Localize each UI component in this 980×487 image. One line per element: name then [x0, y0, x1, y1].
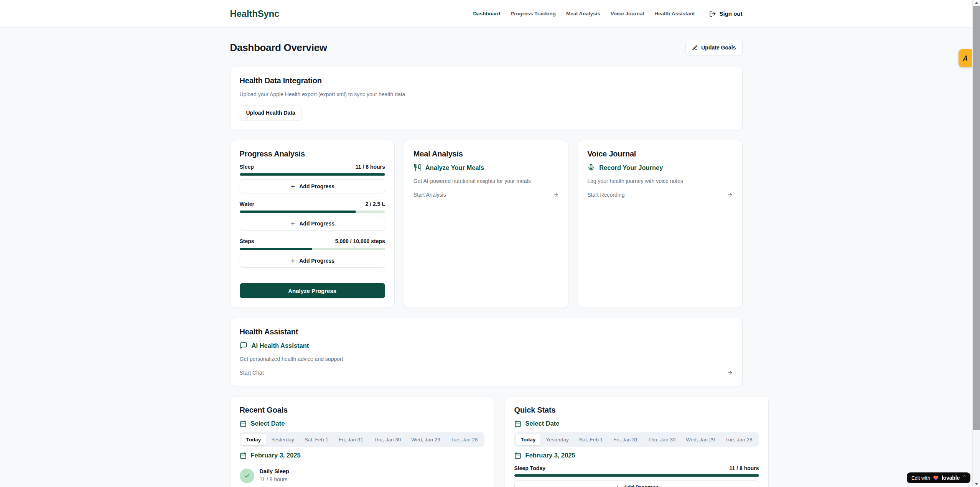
microphone-icon: [587, 164, 595, 171]
quick-stats-title: Quick Stats: [514, 406, 759, 415]
start-recording-action[interactable]: Start Recording: [587, 191, 733, 199]
calendar-icon: [514, 452, 521, 459]
scrollbar-thumb[interactable]: [973, 6, 980, 430]
date-tab-tue-jan-28[interactable]: Tue, Jan 28: [720, 434, 758, 445]
upload-health-data-button[interactable]: Upload Health Data: [240, 105, 302, 120]
badge-prefix: Edit with: [911, 475, 930, 481]
calendar-icon: [514, 420, 521, 427]
top-navbar: HealthSync Dashboard Progress Tracking M…: [0, 0, 972, 28]
sign-out-label: Sign out: [720, 10, 743, 17]
goal-water-progressbar: [240, 211, 385, 213]
meal-link-label: Analyze Your Meals: [425, 164, 484, 171]
calendar-icon: [240, 420, 247, 427]
date-tab-wed-jan-29[interactable]: Wed, Jan 29: [681, 434, 720, 445]
recent-goals-title: Recent Goals: [240, 406, 484, 415]
add-progress-water-button[interactable]: Add Progress: [240, 217, 385, 230]
meal-analysis-card: Meal Analysis Analyze Your Meals Get AI-…: [404, 140, 568, 308]
goal-item-value: 11 / 8 hours: [260, 475, 289, 483]
update-goals-button[interactable]: Update Goals: [685, 40, 742, 55]
nav-health-assistant[interactable]: Health Assistant: [654, 11, 695, 16]
start-analysis-action[interactable]: Start Analysis: [413, 191, 559, 199]
date-tab-yesterday[interactable]: Yesterday: [266, 434, 299, 445]
date-tab-thu-jan-30[interactable]: Thu, Jan 30: [369, 434, 406, 445]
nav-voice-journal[interactable]: Voice Journal: [611, 11, 644, 16]
app-logo: HealthSync: [230, 8, 280, 19]
date-tabs: TodayYesterdaySat, Feb 1Fri, Jan 31Thu, …: [514, 432, 759, 447]
plus-icon: [290, 221, 296, 227]
stat-progressbar: [514, 474, 759, 477]
date-tab-fri-jan-31[interactable]: Fri, Jan 31: [608, 434, 643, 445]
voice-description: Log your health journey with voice notes: [587, 177, 733, 185]
plus-icon: [290, 258, 296, 264]
add-progress-label: Add Progress: [299, 220, 334, 227]
scrollbar-down-button[interactable]: [973, 481, 980, 487]
start-recording-label: Start Recording: [587, 191, 624, 199]
arrow-right-icon: [553, 192, 559, 198]
goal-steps-label: Steps: [240, 238, 254, 244]
integration-description: Upload your Apple Health export (export.…: [240, 90, 733, 98]
selected-date-button[interactable]: February 3, 2025: [240, 452, 484, 459]
date-tab-sat-feb-1[interactable]: Sat, Feb 1: [300, 434, 333, 445]
add-progress-label: Add Progress: [299, 183, 334, 189]
analyze-progress-button[interactable]: Analyze Progress: [240, 283, 385, 298]
start-analysis-label: Start Analysis: [413, 191, 446, 199]
record-your-journey-link[interactable]: Record Your Journey: [587, 164, 733, 171]
voice-link-label: Record Your Journey: [599, 164, 663, 171]
date-tab-yesterday[interactable]: Yesterday: [541, 434, 574, 445]
date-tab-fri-jan-31[interactable]: Fri, Jan 31: [334, 434, 368, 445]
add-progress-label: Add Progress: [624, 484, 659, 487]
selected-date-label: February 3, 2025: [251, 452, 301, 459]
calendar-icon: [240, 452, 247, 459]
lovable-heart-icon: [933, 475, 939, 481]
select-date-button[interactable]: Select Date: [240, 420, 484, 427]
main-nav: Dashboard Progress Tracking Meal Analysi…: [473, 10, 743, 17]
goal-water-label: Water: [240, 201, 254, 207]
date-tab-today[interactable]: Today: [516, 434, 541, 445]
chat-bubble-icon: [240, 342, 247, 349]
lovable-select-fab[interactable]: [959, 49, 972, 67]
nav-progress-tracking[interactable]: Progress Tracking: [511, 11, 556, 16]
selected-date-button[interactable]: February 3, 2025: [514, 452, 759, 459]
goal-steps-value: 5,000 / 10,000 steps: [335, 238, 385, 244]
select-date-button[interactable]: Select Date: [514, 420, 759, 427]
voice-journal-card: Voice Journal Record Your Journey Log yo…: [578, 140, 742, 308]
stat-value: 11 / 8 hours: [730, 465, 759, 471]
add-progress-sleep-button[interactable]: Add Progress: [240, 179, 385, 193]
sign-out-button[interactable]: Sign out: [709, 10, 743, 17]
assistant-description: Get personalized health advice and suppo…: [240, 355, 733, 363]
date-tab-tue-jan-28[interactable]: Tue, Jan 28: [446, 434, 483, 445]
goal-steps-progressbar: [240, 248, 385, 250]
edit-with-lovable-badge[interactable]: Edit with lovable ×: [907, 472, 970, 483]
vertical-scrollbar[interactable]: [972, 0, 980, 487]
recent-goals-card: Recent Goals Select Date TodayYesterdayS…: [230, 396, 494, 487]
arrow-right-icon: [727, 370, 733, 376]
date-tab-wed-jan-29[interactable]: Wed, Jan 29: [406, 434, 445, 445]
progress-title: Progress Analysis: [240, 150, 385, 158]
add-progress-steps-button[interactable]: Add Progress: [240, 254, 385, 268]
start-chat-action[interactable]: Start Chat: [240, 369, 733, 377]
goal-complete-badge: [240, 469, 254, 483]
plus-icon: [614, 485, 620, 487]
voice-title: Voice Journal: [587, 150, 733, 158]
pencil-icon: [692, 45, 698, 51]
goal-water: Water 2 / 2.5 L Add Progress: [240, 201, 385, 230]
add-progress-label: Add Progress: [299, 258, 334, 264]
meal-title: Meal Analysis: [413, 150, 559, 158]
nav-dashboard[interactable]: Dashboard: [473, 11, 501, 16]
ai-health-assistant-link[interactable]: AI Health Assistant: [240, 342, 733, 349]
goal-sleep-label: Sleep: [240, 164, 254, 170]
goal-sleep-value: 11 / 8 hours: [356, 164, 385, 170]
assistant-link-label: AI Health Assistant: [252, 342, 309, 349]
add-progress-quick-button[interactable]: Add Progress: [514, 480, 759, 487]
scrollbar-up-button[interactable]: [973, 0, 980, 6]
badge-close-icon[interactable]: ×: [963, 473, 966, 479]
goal-sleep: Sleep 11 / 8 hours Add Progress: [240, 164, 385, 193]
date-tab-thu-jan-30[interactable]: Thu, Jan 30: [643, 434, 680, 445]
analyze-your-meals-link[interactable]: Analyze Your Meals: [413, 164, 559, 171]
date-tab-today[interactable]: Today: [241, 434, 266, 445]
date-tab-sat-feb-1[interactable]: Sat, Feb 1: [574, 434, 608, 445]
select-date-label: Select Date: [525, 420, 560, 427]
health-assistant-card: Health Assistant AI Health Assistant Get…: [230, 318, 743, 386]
select-date-label: Select Date: [251, 420, 285, 427]
nav-meal-analysis[interactable]: Meal Analysis: [566, 11, 600, 16]
